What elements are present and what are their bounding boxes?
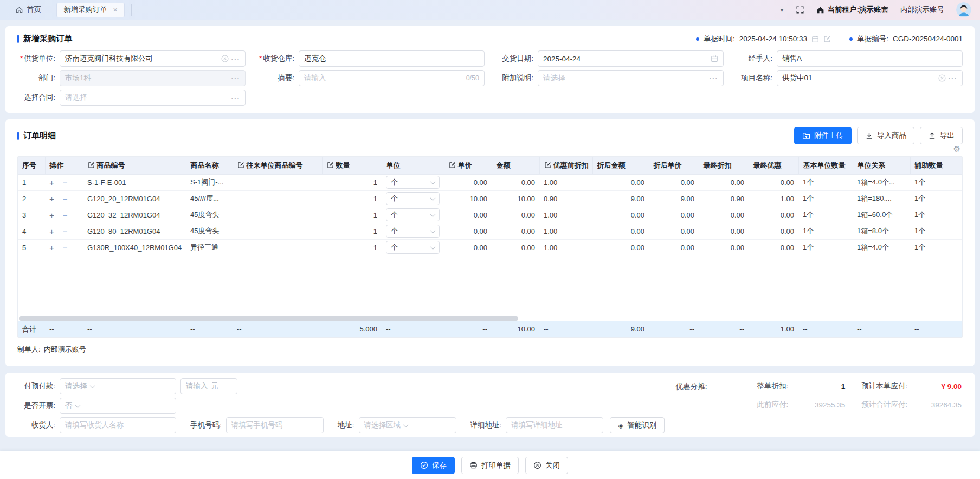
cell-price[interactable]: 10.00 <box>444 190 492 207</box>
add-row-icon[interactable]: + <box>49 178 54 187</box>
cell-op[interactable]: +− <box>45 190 83 207</box>
export-button[interactable]: 导出 <box>920 127 963 144</box>
account-name[interactable]: 内部演示账号 <box>900 5 944 15</box>
whole-discount-value[interactable]: 1 <box>788 382 845 391</box>
column-header-amount: 金额 <box>492 157 539 174</box>
address-select[interactable]: 请选择区域 <box>359 417 456 433</box>
extra-note-input[interactable]: 请选择 ··· <box>538 70 724 86</box>
unit-select[interactable]: 个 <box>386 241 440 254</box>
cell-partner_code[interactable] <box>233 223 322 239</box>
cell-op[interactable]: +− <box>45 174 83 190</box>
cell-price[interactable]: 0.00 <box>444 174 492 190</box>
remove-row-icon[interactable]: − <box>63 178 68 187</box>
warehouse-input[interactable]: 迈克仓 <box>299 50 485 67</box>
calendar-icon[interactable] <box>811 35 819 43</box>
more-icon[interactable]: ··· <box>231 55 241 63</box>
save-button[interactable]: 保存 <box>412 457 455 474</box>
import-products-button[interactable]: 导入商品 <box>857 127 914 144</box>
cell-code[interactable]: G120_32_12RM01G04 <box>83 207 186 223</box>
cell-qty[interactable]: 1 <box>322 223 382 239</box>
cell-unit[interactable]: 个 <box>382 239 444 256</box>
cell-disc_amount: 0.00 <box>592 174 649 190</box>
more-icon[interactable]: ··· <box>949 74 958 82</box>
unit-select[interactable]: 个 <box>386 192 440 205</box>
chevron-down-icon[interactable]: ▾ <box>780 6 783 14</box>
more-icon[interactable]: ··· <box>231 94 241 102</box>
attachment-upload-button[interactable]: 附件上传 <box>794 127 852 144</box>
add-row-icon[interactable]: + <box>49 243 54 252</box>
edit-icon[interactable] <box>823 35 831 43</box>
share-label: 优惠分摊: <box>676 381 707 392</box>
cell-price[interactable]: 0.00 <box>444 239 492 256</box>
cell-pre_discount[interactable]: 1.00 <box>539 223 592 239</box>
remove-row-icon[interactable]: − <box>63 227 68 236</box>
cell-code[interactable]: G120_20_12RM01G04 <box>83 190 186 207</box>
cell-code[interactable]: G120_80_12RM01G04 <box>83 223 186 239</box>
remove-row-icon[interactable]: − <box>63 194 68 203</box>
project-label: 项目名称: <box>734 73 777 83</box>
horizontal-scrollbar[interactable] <box>18 316 962 321</box>
invoice-select[interactable]: 否 <box>60 398 176 414</box>
unit-select[interactable]: 个 <box>386 176 440 189</box>
cell-unit[interactable]: 个 <box>382 207 444 223</box>
smart-recognize-button[interactable]: ◈智能识别 <box>610 417 665 433</box>
edit-column-icon <box>449 162 456 169</box>
fullscreen-icon[interactable] <box>796 5 804 14</box>
print-button[interactable]: 打印单据 <box>461 457 519 474</box>
scrollbar-thumb[interactable] <box>19 316 518 321</box>
cell-qty[interactable]: 1 <box>322 239 382 256</box>
address-detail-input[interactable]: 请填写详细地址 <box>506 417 603 433</box>
cell-pre_discount[interactable]: 1.00 <box>539 207 592 223</box>
more-icon[interactable]: ··· <box>710 74 719 82</box>
cell-price[interactable]: 0.00 <box>444 223 492 239</box>
receiver-input[interactable]: 请填写收货人名称 <box>60 417 176 433</box>
delivery-date-input[interactable]: 2025-04-24 <box>538 50 724 67</box>
tab-close-icon[interactable]: ✕ <box>113 7 118 14</box>
chevron-down-icon <box>75 403 80 408</box>
gear-icon[interactable]: ⚙ <box>953 144 960 154</box>
add-row-icon[interactable]: + <box>49 194 54 203</box>
cell-pre_discount[interactable]: 1.00 <box>539 239 592 256</box>
cell-partner_code[interactable] <box>233 207 322 223</box>
remove-row-icon[interactable]: − <box>63 243 68 252</box>
tab-home[interactable]: 首页 <box>8 5 49 15</box>
avatar[interactable] <box>956 2 971 17</box>
cell-unit[interactable]: 个 <box>382 223 444 239</box>
cell-code[interactable]: S-1-F-E-001 <box>83 174 186 190</box>
handler-input[interactable]: 销售A <box>777 50 963 67</box>
cell-price[interactable]: 0.00 <box>444 207 492 223</box>
cell-partner_code[interactable] <box>233 174 322 190</box>
summary-input[interactable]: 请输入 0/50 <box>299 70 485 86</box>
clear-icon[interactable] <box>938 74 946 82</box>
remove-row-icon[interactable]: − <box>63 210 68 220</box>
add-row-icon[interactable]: + <box>49 210 54 220</box>
cell-partner_code[interactable] <box>233 239 322 256</box>
clear-icon[interactable] <box>221 55 229 62</box>
prepay-select[interactable]: 请选择 <box>60 378 176 394</box>
supplier-input[interactable]: 济南迈克阀门科技有限公司 ··· <box>60 50 246 67</box>
cell-final_benefit: 0.00 <box>749 174 798 190</box>
cell-op[interactable]: +− <box>45 239 83 256</box>
phone-input[interactable]: 请填写手机号码 <box>226 417 324 433</box>
tab-new-purchase-order[interactable]: 新增采购订单 ✕ <box>56 3 125 17</box>
cell-pre_discount[interactable]: 0.90 <box>539 190 592 207</box>
cell-unit[interactable]: 个 <box>382 190 444 207</box>
unit-select[interactable]: 个 <box>386 208 440 221</box>
cell-qty[interactable]: 1 <box>322 174 382 190</box>
calendar-icon[interactable] <box>711 55 718 62</box>
current-tenant[interactable]: 当前租户:演示账套 <box>816 5 889 15</box>
cell-code[interactable]: G130R_100X40_12RM01G04 <box>83 239 186 256</box>
unit-select[interactable]: 个 <box>386 225 440 238</box>
cell-unit[interactable]: 个 <box>382 174 444 190</box>
project-input[interactable]: 供货中01 ··· <box>777 70 963 86</box>
cell-op[interactable]: +− <box>45 207 83 223</box>
cell-partner_code[interactable] <box>233 190 322 207</box>
close-button[interactable]: 关闭 <box>525 457 568 474</box>
cell-qty[interactable]: 1 <box>322 190 382 207</box>
add-row-icon[interactable]: + <box>49 227 54 236</box>
cell-pre_discount[interactable]: 1.00 <box>539 174 592 190</box>
contract-input[interactable]: 请选择 ··· <box>60 90 246 106</box>
prepay-amount-input[interactable]: 请输入元 <box>180 378 237 394</box>
cell-op[interactable]: +− <box>45 223 83 239</box>
cell-qty[interactable]: 1 <box>322 207 382 223</box>
